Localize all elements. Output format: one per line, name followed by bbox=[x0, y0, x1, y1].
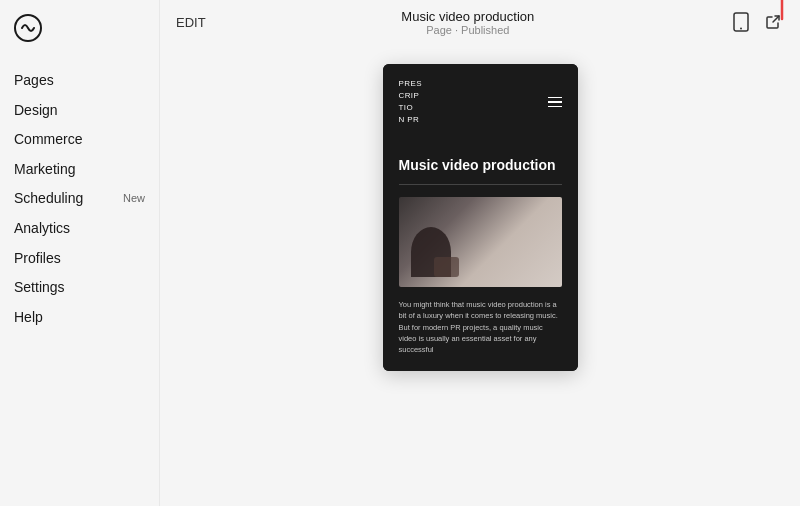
sidebar-navigation: Pages Design Commerce Marketing Scheduli… bbox=[0, 66, 159, 332]
sidebar-item-label: Settings bbox=[14, 278, 65, 298]
preview-page-title: Music video production bbox=[399, 156, 562, 174]
topbar: EDIT Music video production Page · Publi… bbox=[160, 0, 800, 44]
page-status: Page · Published bbox=[426, 24, 509, 36]
editor-canvas: PRES CRIP TIO N PR Music video productio… bbox=[160, 44, 800, 506]
sidebar-item-label: Design bbox=[14, 101, 58, 121]
sidebar-item-label: Commerce bbox=[14, 130, 82, 150]
sidebar-item-label: Analytics bbox=[14, 219, 70, 239]
sidebar-item-label: Help bbox=[14, 308, 43, 328]
sidebar: Pages Design Commerce Marketing Scheduli… bbox=[0, 0, 160, 506]
preview-divider bbox=[399, 184, 562, 185]
preview-image bbox=[399, 197, 562, 287]
sidebar-item-label: Marketing bbox=[14, 160, 75, 180]
sidebar-item-label: Scheduling bbox=[14, 189, 83, 209]
sidebar-item-pages[interactable]: Pages bbox=[0, 66, 159, 96]
sidebar-item-commerce[interactable]: Commerce bbox=[0, 125, 159, 155]
main-content: EDIT Music video production Page · Publi… bbox=[160, 0, 800, 506]
sidebar-item-analytics[interactable]: Analytics bbox=[0, 214, 159, 244]
preview-header: PRES CRIP TIO N PR bbox=[383, 64, 578, 140]
edit-label: EDIT bbox=[176, 15, 206, 30]
sidebar-item-label: Pages bbox=[14, 71, 54, 91]
sidebar-item-label: Profiles bbox=[14, 249, 61, 269]
sidebar-item-design[interactable]: Design bbox=[0, 96, 159, 126]
mobile-preview: PRES CRIP TIO N PR Music video productio… bbox=[383, 64, 578, 371]
sidebar-item-settings[interactable]: Settings bbox=[0, 273, 159, 303]
scheduling-badge: New bbox=[123, 191, 145, 206]
hamburger-icon bbox=[548, 97, 562, 108]
topbar-actions bbox=[730, 11, 784, 33]
arrow-indicator bbox=[732, 0, 792, 25]
preview-body-text: You might think that music video product… bbox=[399, 299, 562, 371]
topbar-center: Music video production Page · Published bbox=[401, 9, 534, 36]
sidebar-item-help[interactable]: Help bbox=[0, 303, 159, 333]
sidebar-item-profiles[interactable]: Profiles bbox=[0, 244, 159, 274]
preview-logo: PRES CRIP TIO N PR bbox=[399, 78, 422, 126]
preview-body: Music video production You might think t… bbox=[383, 140, 578, 371]
sidebar-item-scheduling[interactable]: Scheduling New bbox=[0, 184, 159, 214]
sidebar-item-marketing[interactable]: Marketing bbox=[0, 155, 159, 185]
page-title: Music video production bbox=[401, 9, 534, 24]
svg-point-2 bbox=[740, 28, 742, 30]
logo-icon bbox=[14, 14, 42, 42]
app-logo[interactable] bbox=[0, 14, 159, 66]
arrow-icon bbox=[732, 0, 792, 21]
